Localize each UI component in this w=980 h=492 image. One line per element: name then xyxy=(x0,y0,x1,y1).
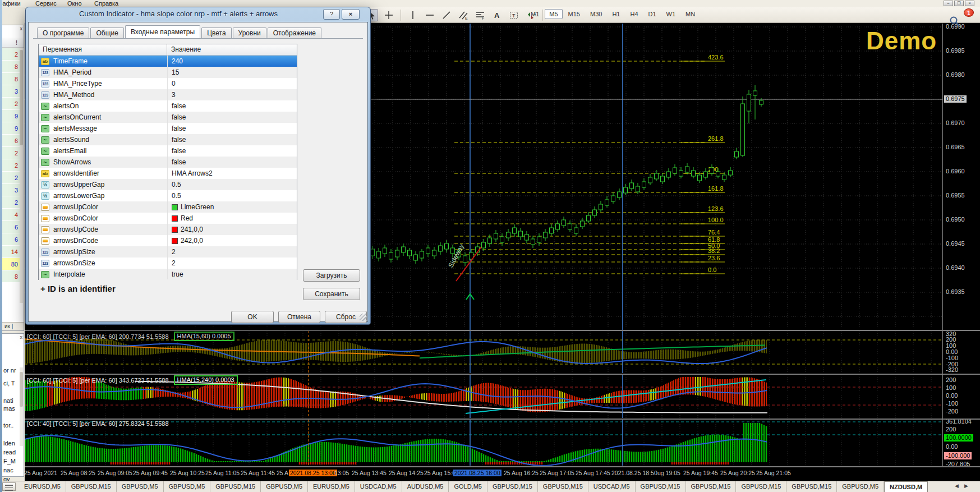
param-value[interactable]: LimeGreen xyxy=(172,203,214,211)
search-icon[interactable] xyxy=(949,16,960,27)
param-row-alertsOn[interactable]: ~alertsOnfalse xyxy=(39,100,297,112)
chart-tab-GBPUSD,M15[interactable]: GBPUSD,M15 xyxy=(686,481,737,492)
param-value[interactable]: 15 xyxy=(172,68,179,76)
param-row-arrowsDnSize[interactable]: 123arrowsDnSize2 xyxy=(39,258,297,269)
param-row-HMA_PriceType[interactable]: 123HMA_PriceType0 xyxy=(39,78,297,89)
param-row-arrowsDnColor[interactable]: arrowsDnColorRed xyxy=(39,213,297,224)
pane-separator[interactable] xyxy=(0,419,980,420)
dialog-tab-Общие[interactable]: Общие xyxy=(90,27,123,38)
param-value[interactable]: 240 xyxy=(172,57,183,65)
tab-list-button[interactable] xyxy=(2,482,16,491)
indicator-pane-1[interactable]: [CCI: 60] [TCCI: 5] [per EMA: 60] 200.77… xyxy=(25,331,942,373)
navigator-item[interactable]: ci, T xyxy=(3,380,15,387)
market-watch-row[interactable]: 2 xyxy=(2,159,20,172)
pane-separator[interactable] xyxy=(0,466,980,467)
param-value[interactable]: false xyxy=(172,113,186,121)
vline-icon[interactable] xyxy=(407,9,419,21)
market-watch-row[interactable]: 80 xyxy=(2,258,20,270)
param-row-alertsOnCurrent[interactable]: ~alertsOnCurrentfalse xyxy=(39,112,297,123)
market-watch-row[interactable]: 6 xyxy=(2,135,20,147)
market-watch-row[interactable]: 8 xyxy=(2,270,20,283)
chart-tab-EURUSD,M5[interactable]: EURUSD,M5 xyxy=(19,481,66,492)
dialog-tab-О программе[interactable]: О программе xyxy=(37,27,89,38)
indicator-pane-3[interactable]: [CCI: 40] [TCCI: 5] [per EMA: 60] 275.83… xyxy=(25,420,942,466)
navigator-item[interactable]: read xyxy=(3,449,16,456)
market-watch-row[interactable]: 2 xyxy=(2,172,20,184)
scrollbar[interactable] xyxy=(20,48,23,303)
market-watch-row[interactable]: 3 xyxy=(2,184,20,196)
pane-separator[interactable] xyxy=(0,374,980,375)
crosshair-icon[interactable] xyxy=(383,9,395,21)
ok-button[interactable]: OK xyxy=(231,311,274,323)
text-icon[interactable]: A xyxy=(491,9,503,21)
scrollbar-thumb[interactable] xyxy=(20,372,23,407)
param-value[interactable]: false xyxy=(172,102,186,110)
param-value[interactable]: 3 xyxy=(172,91,176,99)
dialog-tab-Входные параметры[interactable]: Входные параметры xyxy=(125,25,200,38)
param-value[interactable]: false xyxy=(172,125,186,132)
chart-tab-GBPUSD,M15[interactable]: GBPUSD,M15 xyxy=(66,481,117,492)
param-value[interactable]: Red xyxy=(172,214,193,222)
param-row-arrowsUpCode[interactable]: arrowsUpCode241,0,0 xyxy=(39,224,297,235)
minimize-icon[interactable]: – xyxy=(944,1,953,6)
param-row-alertsSound[interactable]: ~alertsSoundfalse xyxy=(39,134,297,145)
param-value[interactable]: 0 xyxy=(172,80,176,88)
load-button[interactable]: Загрузить xyxy=(303,269,360,282)
chart-tab-EURUSD,M5[interactable]: EURUSD,M5 xyxy=(308,481,355,492)
column-variable[interactable]: Переменная xyxy=(39,44,167,55)
navigator-item[interactable]: tor.. xyxy=(3,422,13,429)
fibonacci-icon[interactable]: F xyxy=(474,9,486,21)
navigator-item[interactable]: lden xyxy=(3,440,15,447)
hline-icon[interactable] xyxy=(424,9,436,21)
chart-tab-GBPUSD,M15[interactable]: GBPUSD,M15 xyxy=(636,481,686,492)
market-watch-row[interactable]: 2 xyxy=(2,196,20,209)
param-row-arrowsUpSize[interactable]: 123arrowsUpSize2 xyxy=(39,246,297,258)
chart-tab-GBPUSD,M5[interactable]: GBPUSD,M5 xyxy=(117,481,164,492)
market-watch-row[interactable]: 6 xyxy=(2,221,20,233)
param-row-arrowsIdentifier[interactable]: abarrowsIdentifierHMA Arrows2 xyxy=(39,168,297,179)
timeframe-M5[interactable]: M5 xyxy=(545,9,562,19)
chart-tab-GBPUSD,M5[interactable]: GBPUSD,M5 xyxy=(261,481,308,492)
market-watch-tab[interactable]: ик | xyxy=(2,322,24,330)
channel-icon[interactable]: E xyxy=(457,9,470,21)
restore-icon[interactable]: ❒ xyxy=(954,1,964,6)
timeframe-W1[interactable]: W1 xyxy=(662,9,680,19)
timeframe-MN[interactable]: MN xyxy=(681,9,700,19)
market-watch-row[interactable]: 9 xyxy=(2,122,20,135)
market-watch-row[interactable]: 6 xyxy=(2,233,20,246)
scrollbar[interactable] xyxy=(20,367,23,446)
help-button[interactable]: ? xyxy=(323,9,340,20)
chart-tab-GBPUSD,M15[interactable]: GBPUSD,M15 xyxy=(210,481,261,492)
navigator-item[interactable]: nac xyxy=(3,467,13,473)
param-value[interactable]: 0.5 xyxy=(172,181,181,188)
chart-tab-GBPUSD,M15[interactable]: GBPUSD,M15 xyxy=(786,481,837,492)
param-row-TimeFrame[interactable]: abTimeFrame240 xyxy=(39,56,297,67)
market-watch-row[interactable]: 2 xyxy=(2,147,20,159)
navigator-item[interactable]: F_M xyxy=(3,458,16,465)
pane-separator[interactable] xyxy=(0,330,980,331)
chart-tab-GBPUSD,M15[interactable]: GBPUSD,M15 xyxy=(538,481,588,492)
param-row-arrowsDnCode[interactable]: arrowsDnCode242,0,0 xyxy=(39,235,297,246)
dialog-close-button[interactable]: × xyxy=(342,9,360,20)
param-row-HMA_Method[interactable]: 123HMA_Method3 xyxy=(39,89,297,100)
dialog-tab-Уровни[interactable]: Уровни xyxy=(233,27,266,38)
market-watch-row[interactable]: 8 xyxy=(2,73,20,85)
param-row-ShowArrows[interactable]: ~ShowArrowsfalse xyxy=(39,157,297,168)
chart-tab-GBPUSD,M15[interactable]: GBPUSD,M15 xyxy=(736,481,786,492)
close-icon[interactable]: × xyxy=(965,1,974,6)
timeframe-H1[interactable]: H1 xyxy=(608,9,624,19)
market-watch-row[interactable]: 2 xyxy=(2,98,20,110)
timeframe-M15[interactable]: M15 xyxy=(564,9,585,19)
param-row-arrowsLowerGap[interactable]: ½arrowsLowerGap0.5 xyxy=(39,190,297,201)
column-value[interactable]: Значение xyxy=(167,44,201,55)
timeframe-M1[interactable]: M1 xyxy=(526,9,544,19)
param-value[interactable]: HMA Arrows2 xyxy=(172,169,213,177)
param-value[interactable]: false xyxy=(172,136,186,144)
param-value[interactable]: false xyxy=(172,147,186,155)
market-watch-column-header[interactable]: ! xyxy=(2,38,24,48)
param-row-HMA_Period[interactable]: 123HMA_Period15 xyxy=(39,67,297,78)
timeframe-H4[interactable]: H4 xyxy=(625,9,642,19)
market-watch-row[interactable]: 8 xyxy=(2,61,20,73)
trendline-icon[interactable] xyxy=(440,9,453,21)
param-value[interactable]: 241,0,0 xyxy=(172,226,203,233)
